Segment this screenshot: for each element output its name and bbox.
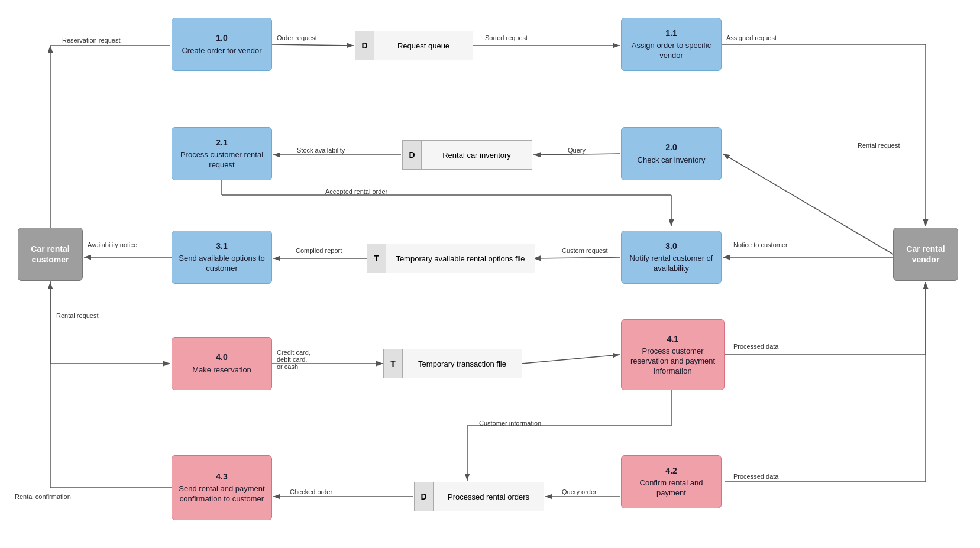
ds-rci-letter: D [403,141,422,169]
node-4-2-text: Confirm rental and payment [626,478,716,498]
label-availability-notice: Availability notice [88,241,137,248]
svg-line-7 [723,154,893,254]
node-3-1: 3.1 Send available options to customer [172,231,272,284]
node-2-0: 2.0 Check car inventory [621,127,722,180]
node-4-1: 4.1 Process customer reservation and pay… [621,319,725,390]
ds-pro-text: Processed rental orders [434,492,544,501]
svg-line-14 [533,257,620,258]
label-stock-availability: Stock availability [297,147,345,154]
node-2-1-number: 2.1 [216,137,227,148]
label-custom-request: Custom request [562,247,608,254]
node-4-2: 4.2 Confirm rental and payment [621,455,722,508]
ds-ttf-text: Temporary transaction file [403,359,522,368]
node-4-0: 4.0 Make reservation [172,337,272,390]
label-processed-data-top: Processed data [733,343,778,350]
datastore-processed-orders: D Processed rental orders [414,482,544,511]
svg-line-3 [272,44,354,46]
ds-ttf-letter: T [384,349,403,378]
node-2-1-text: Process customer rental request [177,150,267,170]
node-1-0-number: 1.0 [216,33,227,43]
node-4-1-text: Process customer reservation and payment… [626,346,719,377]
node-4-2-number: 4.2 [665,465,677,476]
svg-line-20 [522,355,620,364]
node-vendor: Car rental vendor [893,228,958,281]
node-1-1: 1.1 Assign order to specific vendor [621,18,722,71]
node-3-1-number: 3.1 [216,241,227,251]
ds-pro-letter: D [415,482,434,511]
node-1-1-text: Assign order to specific vendor [626,41,716,61]
label-query: Query [568,147,586,154]
ds-tarf-letter: T [367,244,386,273]
datastore-rental-car-inventory: D Rental car inventory [402,140,532,170]
node-4-0-text: Make reservation [192,365,251,375]
vendor-label: Car rental vendor [898,244,953,265]
ds-tarf-text: Temporary available rental options file [386,254,535,263]
label-rental-request-r: Rental request [858,142,900,149]
label-checked-order: Checked order [290,488,332,495]
label-query-order: Query order [562,488,597,495]
datastore-temp-rental-options: T Temporary available rental options fil… [367,244,535,273]
node-3-1-text: Send available options to customer [177,254,267,274]
node-2-0-text: Check car inventory [638,155,706,166]
label-processed-data-bot: Processed data [733,473,778,480]
node-3-0: 3.0 Notify rental customer of availabili… [621,231,722,284]
label-reservation-request: Reservation request [62,37,120,44]
node-3-0-number: 3.0 [665,241,677,251]
ds-rci-text: Rental car inventory [422,151,532,160]
node-customer: Car rental customer [18,228,83,281]
diagram: 1.0 Create order for vendor 1.1 Assign o… [0,0,980,548]
label-rental-confirmation: Rental confirmation [15,493,71,500]
label-rental-request-l: Rental request [56,312,99,319]
node-1-0-text: Create order for vendor [182,46,261,56]
label-assigned-request: Assigned request [726,34,777,41]
label-credit-card: Credit card, debit card, or cash [277,349,311,370]
node-2-0-number: 2.0 [665,142,677,153]
node-1-0: 1.0 Create order for vendor [172,18,272,71]
customer-label: Car rental customer [23,244,77,265]
ds-rq-text: Request queue [374,41,473,50]
node-1-1-number: 1.1 [665,28,677,38]
ds-rq-letter: D [355,31,374,60]
svg-line-8 [533,154,620,155]
node-2-1: 2.1 Process customer rental request [172,127,272,180]
label-accepted-rental-order: Accepted rental order [325,188,387,195]
label-sorted-request: Sorted request [485,34,528,41]
datastore-temp-transaction: T Temporary transaction file [383,349,522,378]
label-compiled-report: Compiled report [296,247,342,254]
node-4-1-number: 4.1 [667,333,678,344]
datastore-request-queue: D Request queue [355,31,473,60]
node-4-3-number: 4.3 [216,471,227,482]
label-order-request: Order request [277,34,317,41]
node-4-3: 4.3 Send rental and payment confirmation… [172,455,272,520]
label-notice-to-customer: Notice to customer [733,241,788,248]
node-3-0-text: Notify rental customer of availability [626,254,716,274]
node-4-3-text: Send rental and payment confirmation to … [177,484,267,504]
node-4-0-number: 4.0 [216,352,227,362]
label-customer-information: Customer information [479,420,541,427]
